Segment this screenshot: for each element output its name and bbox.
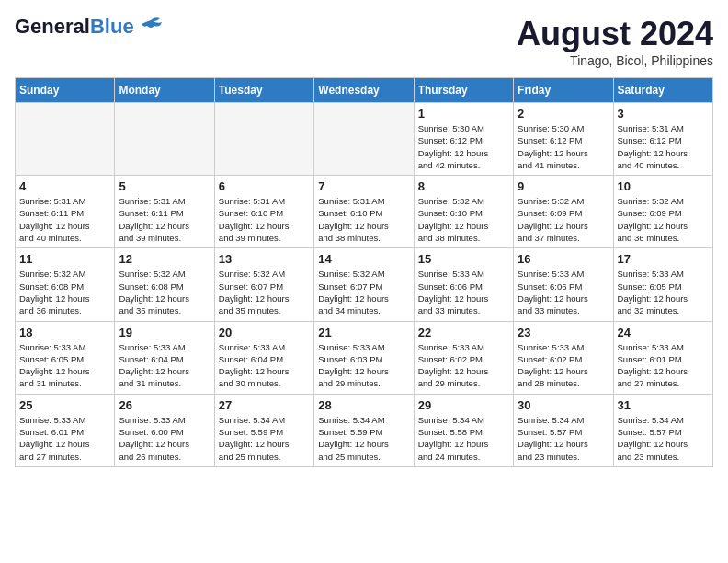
day-info: Sunrise: 5:33 AM Sunset: 6:04 PM Dayligh… <box>219 341 310 390</box>
calendar-cell <box>214 103 313 176</box>
location: Tinago, Bicol, Philippines <box>517 53 713 68</box>
day-info: Sunrise: 5:32 AM Sunset: 6:08 PM Dayligh… <box>19 268 110 316</box>
calendar-cell: 8Sunrise: 5:32 AM Sunset: 6:10 PM Daylig… <box>414 176 513 248</box>
day-number: 20 <box>219 326 310 339</box>
calendar-cell: 12Sunrise: 5:32 AM Sunset: 6:08 PM Dayli… <box>115 248 214 321</box>
day-info: Sunrise: 5:32 AM Sunset: 6:09 PM Dayligh… <box>618 195 709 244</box>
day-number: 28 <box>318 398 409 412</box>
calendar-cell: 17Sunrise: 5:33 AM Sunset: 6:05 PM Dayli… <box>613 248 712 321</box>
calendar-cell: 27Sunrise: 5:34 AM Sunset: 5:59 PM Dayli… <box>214 394 313 466</box>
day-info: Sunrise: 5:31 AM Sunset: 6:12 PM Dayligh… <box>618 122 709 171</box>
day-number: 24 <box>618 326 709 339</box>
calendar-cell: 15Sunrise: 5:33 AM Sunset: 6:06 PM Dayli… <box>414 248 513 321</box>
calendar-cell: 6Sunrise: 5:31 AM Sunset: 6:10 PM Daylig… <box>214 176 313 248</box>
col-tuesday: Tuesday <box>214 78 313 103</box>
calendar-cell: 22Sunrise: 5:33 AM Sunset: 6:02 PM Dayli… <box>414 321 513 394</box>
day-info: Sunrise: 5:34 AM Sunset: 5:57 PM Dayligh… <box>518 414 609 463</box>
day-info: Sunrise: 5:32 AM Sunset: 6:10 PM Dayligh… <box>418 195 509 244</box>
calendar-cell: 21Sunrise: 5:33 AM Sunset: 6:03 PM Dayli… <box>314 321 414 394</box>
calendar-week-row: 1Sunrise: 5:30 AM Sunset: 6:12 PM Daylig… <box>16 103 713 176</box>
day-number: 10 <box>618 179 709 193</box>
day-info: Sunrise: 5:32 AM Sunset: 6:07 PM Dayligh… <box>219 268 310 316</box>
day-info: Sunrise: 5:33 AM Sunset: 6:01 PM Dayligh… <box>19 414 110 463</box>
day-number: 2 <box>518 107 609 121</box>
logo-text: GeneralBlue <box>15 15 134 39</box>
calendar-cell: 14Sunrise: 5:32 AM Sunset: 6:07 PM Dayli… <box>314 248 414 321</box>
day-info: Sunrise: 5:33 AM Sunset: 6:03 PM Dayligh… <box>318 341 409 390</box>
day-info: Sunrise: 5:33 AM Sunset: 6:06 PM Dayligh… <box>518 268 609 316</box>
day-number: 21 <box>318 326 409 339</box>
day-number: 17 <box>618 252 709 266</box>
calendar-cell <box>115 103 214 176</box>
col-monday: Monday <box>115 78 214 103</box>
calendar-cell: 23Sunrise: 5:33 AM Sunset: 6:02 PM Dayli… <box>514 321 613 394</box>
day-number: 22 <box>418 326 509 339</box>
calendar-week-row: 11Sunrise: 5:32 AM Sunset: 6:08 PM Dayli… <box>16 248 713 321</box>
page-header: GeneralBlue August 2024 Tinago, Bicol, P… <box>15 15 713 68</box>
day-number: 25 <box>19 398 110 412</box>
col-saturday: Saturday <box>613 78 712 103</box>
day-number: 18 <box>19 326 110 339</box>
calendar-cell: 26Sunrise: 5:33 AM Sunset: 6:00 PM Dayli… <box>115 394 214 466</box>
calendar-cell: 4Sunrise: 5:31 AM Sunset: 6:11 PM Daylig… <box>16 176 115 248</box>
calendar-cell: 3Sunrise: 5:31 AM Sunset: 6:12 PM Daylig… <box>613 103 712 176</box>
calendar-cell: 20Sunrise: 5:33 AM Sunset: 6:04 PM Dayli… <box>214 321 313 394</box>
calendar-cell: 11Sunrise: 5:32 AM Sunset: 6:08 PM Dayli… <box>16 248 115 321</box>
day-number: 15 <box>418 252 509 266</box>
day-info: Sunrise: 5:34 AM Sunset: 5:57 PM Dayligh… <box>618 414 709 463</box>
day-info: Sunrise: 5:32 AM Sunset: 6:09 PM Dayligh… <box>518 195 609 244</box>
day-number: 26 <box>119 398 210 412</box>
day-number: 8 <box>418 179 509 193</box>
day-info: Sunrise: 5:30 AM Sunset: 6:12 PM Dayligh… <box>518 122 609 171</box>
day-number: 31 <box>618 398 709 412</box>
day-number: 29 <box>418 398 509 412</box>
day-info: Sunrise: 5:31 AM Sunset: 6:11 PM Dayligh… <box>119 195 210 244</box>
calendar-cell: 10Sunrise: 5:32 AM Sunset: 6:09 PM Dayli… <box>613 176 712 248</box>
col-wednesday: Wednesday <box>314 78 414 103</box>
logo: GeneralBlue <box>15 15 164 39</box>
calendar-week-row: 4Sunrise: 5:31 AM Sunset: 6:11 PM Daylig… <box>16 176 713 248</box>
day-info: Sunrise: 5:33 AM Sunset: 6:05 PM Dayligh… <box>618 268 709 316</box>
day-info: Sunrise: 5:30 AM Sunset: 6:12 PM Dayligh… <box>418 122 509 171</box>
day-number: 1 <box>418 107 509 121</box>
calendar-cell: 19Sunrise: 5:33 AM Sunset: 6:04 PM Dayli… <box>115 321 214 394</box>
day-number: 19 <box>119 326 210 339</box>
day-info: Sunrise: 5:34 AM Sunset: 5:59 PM Dayligh… <box>318 414 409 463</box>
calendar-cell: 2Sunrise: 5:30 AM Sunset: 6:12 PM Daylig… <box>514 103 613 176</box>
calendar-cell: 13Sunrise: 5:32 AM Sunset: 6:07 PM Dayli… <box>214 248 313 321</box>
day-number: 7 <box>318 179 409 193</box>
calendar-cell: 16Sunrise: 5:33 AM Sunset: 6:06 PM Dayli… <box>514 248 613 321</box>
day-info: Sunrise: 5:33 AM Sunset: 6:02 PM Dayligh… <box>418 341 509 390</box>
day-number: 23 <box>518 326 609 339</box>
calendar-cell: 18Sunrise: 5:33 AM Sunset: 6:05 PM Dayli… <box>16 321 115 394</box>
day-info: Sunrise: 5:31 AM Sunset: 6:10 PM Dayligh… <box>318 195 409 244</box>
calendar-cell: 24Sunrise: 5:33 AM Sunset: 6:01 PM Dayli… <box>613 321 712 394</box>
calendar-cell: 29Sunrise: 5:34 AM Sunset: 5:58 PM Dayli… <box>414 394 513 466</box>
day-number: 11 <box>19 252 110 266</box>
calendar-cell: 7Sunrise: 5:31 AM Sunset: 6:10 PM Daylig… <box>314 176 414 248</box>
col-friday: Friday <box>514 78 613 103</box>
calendar-cell: 30Sunrise: 5:34 AM Sunset: 5:57 PM Dayli… <box>514 394 613 466</box>
day-info: Sunrise: 5:32 AM Sunset: 6:07 PM Dayligh… <box>318 268 409 316</box>
calendar-week-row: 25Sunrise: 5:33 AM Sunset: 6:01 PM Dayli… <box>16 394 713 466</box>
calendar-cell: 1Sunrise: 5:30 AM Sunset: 6:12 PM Daylig… <box>414 103 513 176</box>
day-info: Sunrise: 5:34 AM Sunset: 5:59 PM Dayligh… <box>219 414 310 463</box>
day-number: 4 <box>19 179 110 193</box>
calendar-cell <box>314 103 414 176</box>
col-thursday: Thursday <box>414 78 513 103</box>
day-number: 27 <box>219 398 310 412</box>
title-section: August 2024 Tinago, Bicol, Philippines <box>517 15 713 68</box>
day-number: 6 <box>219 179 310 193</box>
day-number: 16 <box>518 252 609 266</box>
day-info: Sunrise: 5:33 AM Sunset: 6:00 PM Dayligh… <box>119 414 210 463</box>
day-info: Sunrise: 5:31 AM Sunset: 6:11 PM Dayligh… <box>19 195 110 244</box>
day-info: Sunrise: 5:31 AM Sunset: 6:10 PM Dayligh… <box>219 195 310 244</box>
day-info: Sunrise: 5:34 AM Sunset: 5:58 PM Dayligh… <box>418 414 509 463</box>
col-sunday: Sunday <box>16 78 115 103</box>
calendar-cell <box>16 103 115 176</box>
day-number: 9 <box>518 179 609 193</box>
day-info: Sunrise: 5:33 AM Sunset: 6:02 PM Dayligh… <box>518 341 609 390</box>
calendar-cell: 25Sunrise: 5:33 AM Sunset: 6:01 PM Dayli… <box>16 394 115 466</box>
month-title: August 2024 <box>517 15 713 53</box>
calendar-table: Sunday Monday Tuesday Wednesday Thursday… <box>15 77 713 467</box>
